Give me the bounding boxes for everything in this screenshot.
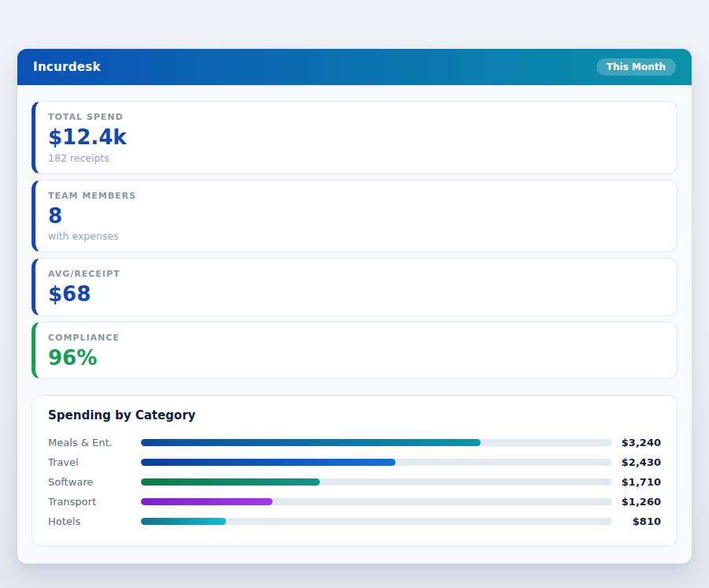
category-row-meals: Meals & Ent. $3,240 <box>48 433 661 452</box>
category-row-software: Software $1,710 <box>48 472 661 492</box>
stat-label: AVG/RECEIPT <box>48 269 664 279</box>
app-header: Incurdesk This Month <box>17 49 692 85</box>
stat-card-avg-receipt: AVG/RECEIPT $68 <box>32 258 677 316</box>
bar-track <box>141 439 612 446</box>
category-label: Travel <box>48 456 141 468</box>
category-row-transport: Transport $1,260 <box>48 492 661 512</box>
category-amount: $1,710 <box>612 476 661 488</box>
stat-subtext: 182 receipts <box>48 152 664 164</box>
bar-fill <box>141 459 395 466</box>
category-amount: $810 <box>612 515 661 527</box>
bar-fill <box>141 498 273 505</box>
panel-title: Spending by Category <box>48 408 661 422</box>
stat-label: TEAM MEMBERS <box>48 191 664 201</box>
category-label: Hotels <box>48 515 141 527</box>
category-amount: $3,240 <box>612 437 661 448</box>
bar-track <box>141 518 612 525</box>
category-label: Transport <box>48 496 141 508</box>
stat-value: 8 <box>48 205 664 228</box>
stat-card-team-members: TEAM MEMBERS 8 with expenses <box>32 180 677 253</box>
stat-card-compliance: COMPLIANCE 96% <box>32 322 677 380</box>
period-badge[interactable]: This Month <box>596 58 676 76</box>
spending-by-category-panel: Spending by Category Meals & Ent. $3,240… <box>32 395 677 546</box>
bar-track <box>141 498 612 505</box>
stat-label: TOTAL SPEND <box>48 112 664 122</box>
category-row-hotels: Hotels $810 <box>48 512 661 531</box>
category-row-travel: Travel $2,430 <box>48 452 661 472</box>
category-amount: $2,430 <box>612 456 661 468</box>
bar-fill <box>141 518 226 525</box>
category-amount: $1,260 <box>612 496 661 508</box>
stat-label: COMPLIANCE <box>48 333 664 343</box>
app-body: TOTAL SPEND $12.4k 182 receipts TEAM MEM… <box>17 85 692 564</box>
app-title: Incurdesk <box>33 60 101 74</box>
app-card: Incurdesk This Month TOTAL SPEND $12.4k … <box>17 49 692 564</box>
stat-value: 96% <box>48 347 664 370</box>
category-label: Software <box>48 476 141 488</box>
bar-track <box>141 459 612 466</box>
stat-card-total-spend: TOTAL SPEND $12.4k 182 receipts <box>32 101 677 174</box>
stat-value: $68 <box>48 283 664 306</box>
bar-fill <box>141 439 481 446</box>
bar-fill <box>141 478 320 486</box>
bar-track <box>141 478 612 486</box>
category-label: Meals & Ent. <box>48 437 141 448</box>
stat-subtext: with expenses <box>48 230 664 242</box>
stat-value: $12.4k <box>48 126 664 149</box>
